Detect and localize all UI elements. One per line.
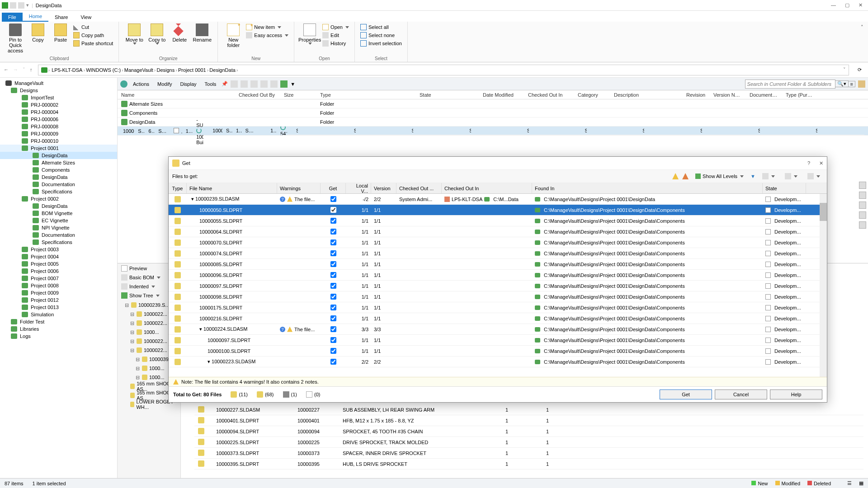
dialog-row[interactable]: 10000050.SLDPRT 1/1 1/1 C:\ManageVault\D… [169,205,827,216]
file-row[interactable]: SUP-10000... Purchased [807,127,864,136]
tb-refresh-icon[interactable] [120,80,127,88]
nav-back[interactable]: ← [4,67,9,73]
file-row[interactable]: SUP-10000... Built [460,127,518,136]
paste-shortcut-button[interactable]: Paste shortcut [72,40,114,47]
dialog-row[interactable]: 10000098.SLDPRT 1/1 1/1 C:\ManageVault\D… [169,291,827,302]
file-list[interactable]: Name Checked Out By Size Type State Date… [118,90,868,136]
get-checkbox[interactable] [330,229,336,235]
opt-icon-2[interactable] [782,172,801,181]
close-button[interactable]: ✕ [859,2,863,8]
opt-icon-1[interactable] [759,172,778,181]
rtool-4[interactable] [859,211,866,219]
tree-item[interactable]: Documentation [0,231,117,239]
qat-icon-1[interactable] [10,2,16,9]
show-all-levels-button[interactable]: Show All Levels [692,172,747,180]
crumb[interactable]: Project 0001 [177,67,207,73]
file-row[interactable]: SUP-165 mm... Built [345,127,403,136]
dialog-row[interactable]: ▾ 10000224.SLDASM ? The file... 3/3 3/3 … [169,324,827,335]
tree-designs[interactable]: Designs [0,87,117,94]
move-to-button[interactable]: Move to [123,23,145,45]
tree-root[interactable]: ManageVault [0,80,117,87]
rename-button[interactable]: Rename [191,23,213,42]
filter-icon[interactable]: ▼ [750,174,755,179]
get-checkbox[interactable] [330,261,336,267]
tb-filter-icon[interactable]: ▼ [290,81,295,87]
tb-icon-6[interactable] [280,80,288,88]
get-checkbox[interactable] [330,207,336,213]
crumb[interactable]: Designs [156,67,175,73]
opt-icon-3[interactable] [804,172,823,181]
file-row[interactable]: SUP-10000... Built [576,127,634,136]
search-opt[interactable]: ≡ [849,81,855,87]
tree-project-0002[interactable]: Project 0002 [0,195,117,202]
delete-button[interactable]: Delete [169,23,190,42]
breadcrumb[interactable]: › LP5-KLT-DSA›WINDOWS (C:)›ManageVault›D… [38,65,849,75]
tree-item[interactable]: PRJ-000010 [0,137,117,145]
bom-table[interactable]: 10000227.SLDASM10000227 SUB ASSEMBLY, LH… [194,404,863,469]
tb-icon-3[interactable] [250,80,258,88]
file-row[interactable]: SUP-10000... Built [402,127,460,136]
nav-recent[interactable]: ˅ [23,67,25,73]
tab-share[interactable]: Share [48,13,74,22]
tb-icon-2[interactable] [241,80,248,88]
bom-row[interactable]: 10000395.SLDPRT10000395 HUB, LS DRIVE SP… [194,459,863,469]
tree-item[interactable]: Project 0009 [0,289,117,296]
get-checkbox[interactable] [330,359,336,365]
cancel-button[interactable]: Cancel [715,389,767,399]
dialog-close-icon[interactable]: ✕ [819,160,823,166]
view-tiles-icon[interactable]: ▦ [859,480,863,486]
dialog-row[interactable]: 10000216.SLDPRT 1/1 1/1 C:\ManageVault\D… [169,313,827,324]
tree-item[interactable]: Project 0003 [0,246,117,253]
paste-button[interactable]: Paste [50,23,71,42]
tb-tools[interactable]: Tools [202,80,219,88]
edit-button[interactable]: Edit [321,32,350,39]
get-checkbox[interactable] [330,305,336,310]
tree-item[interactable]: PRJ-000006 [0,116,117,123]
warn-icon-1[interactable] [672,173,679,179]
tree-item[interactable]: DesignData [0,174,117,181]
qat-dropdown[interactable]: ▾ [26,2,29,8]
nav-up[interactable]: ↑ [30,67,33,73]
dialog-row[interactable]: 10000097.SLDPRT 1/1 1/1 C:\ManageVault\D… [169,335,827,346]
tb-actions[interactable]: Actions [130,80,152,88]
crumb[interactable]: DesignData [208,67,236,73]
minimize-button[interactable]: — [831,2,836,8]
dialog-columns[interactable]: Type File Name Warnings Get Local V... V… [169,183,827,194]
get-checkbox[interactable] [330,337,336,343]
dialog-row[interactable]: 10000097.SLDPRT 1/1 1/1 C:\ManageVault\D… [169,281,827,291]
rtool-1[interactable] [859,182,866,189]
new-folder-button[interactable]: New folder [222,23,244,48]
bom-row[interactable]: 10000227.SLDASM10000227 SUB ASSEMBLY, LH… [194,404,863,415]
dialog-row[interactable]: ▾ 10000239.SLDASM ? The file... -/2 2/2 … [169,194,827,205]
tree-item[interactable]: Specifications [0,239,117,246]
file-row[interactable]: SUP-10000... Built [749,127,807,136]
rtool-2[interactable] [859,192,866,199]
get-checkbox[interactable] [330,196,336,202]
select-all-button[interactable]: Select all [359,23,403,31]
crumb[interactable]: LP5-KLT-DSA [51,67,83,73]
tree-item[interactable]: Documentation [0,181,117,188]
tree-item[interactable]: BOM Vignette [0,210,117,217]
get-checkbox[interactable] [330,218,336,224]
dialog-row[interactable]: 10000070.SLDPRT 1/1 1/1 C:\ManageVault\D… [169,237,827,248]
new-item-button[interactable]: New item [245,23,289,31]
tree-item[interactable]: ImportTest [0,94,117,101]
bom-row[interactable]: 10000225.SLDPRT10000225 DRIVE SPROCKET, … [194,437,863,448]
dialog-row[interactable]: 10000085.SLDPRT 1/1 1/1 C:\ManageVault\D… [169,259,827,270]
get-checkbox[interactable] [330,326,336,332]
file-row[interactable]: Components Folder [118,108,868,117]
refresh-button[interactable]: ⟳ [854,67,864,73]
bom-row[interactable]: 10000401.SLDPRT10000401 HFB, M12 x 1.75 … [194,415,863,426]
dialog-row[interactable]: 10000175.SLDPRT 1/1 1/1 C:\ManageVault\D… [169,302,827,313]
view-details-icon[interactable]: ☰ [847,480,852,486]
dialog-row[interactable]: 10000055.SLDPRT 1/1 1/1 C:\ManageVault\D… [169,216,827,226]
get-checkbox[interactable] [330,294,336,300]
easy-access-button[interactable]: Easy access [245,32,289,39]
tb-display[interactable]: Display [177,80,199,88]
tb-user-icon[interactable] [858,80,865,88]
get-checkbox[interactable] [330,348,336,354]
tree-item[interactable]: EC Vignette [0,217,117,224]
tree-item[interactable]: Project 0008 [0,282,117,289]
crumb[interactable]: ManageVault [123,67,154,73]
get-checkbox[interactable] [330,315,336,321]
